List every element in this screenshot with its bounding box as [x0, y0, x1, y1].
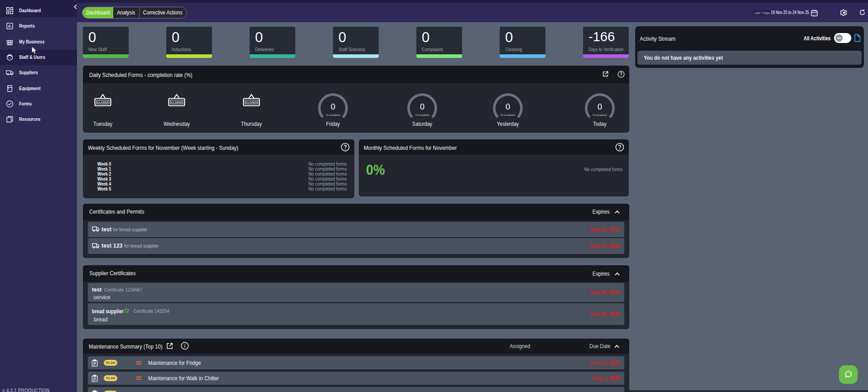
- svg-text:CLOSED: CLOSED: [171, 101, 182, 104]
- svg-text:CLOSED: CLOSED: [246, 101, 257, 104]
- svg-text:CLOSED: CLOSED: [97, 101, 108, 104]
